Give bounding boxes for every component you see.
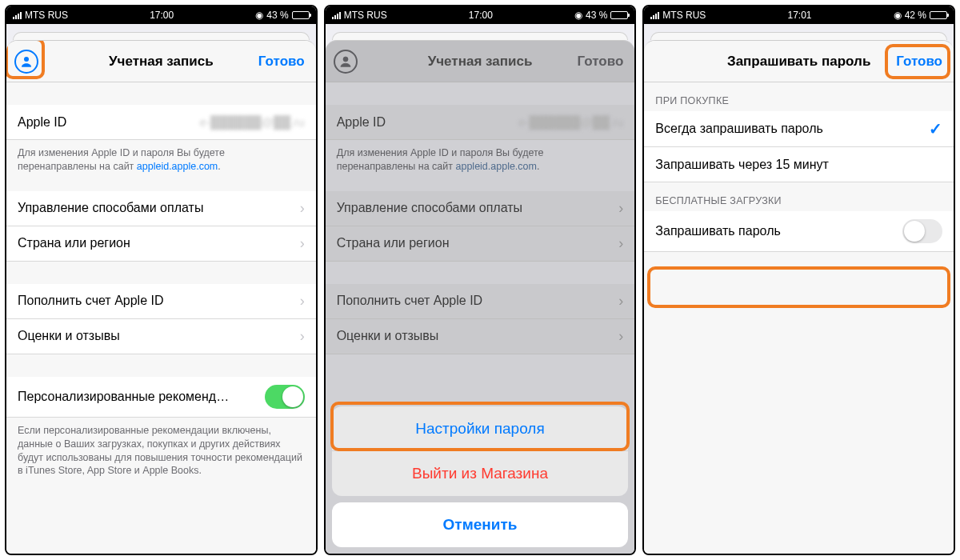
- page-title: Учетная запись: [428, 54, 533, 70]
- section-header-purchase: ПРИ ПОКУПКЕ: [644, 82, 954, 111]
- screen-account: MTS RUS 17:00 ◉ 43 % Учетная запись Гото…: [5, 5, 318, 555]
- chevron-right-icon: ›: [618, 328, 623, 345]
- done-button[interactable]: Готово: [896, 41, 942, 82]
- section-header-free: БЕСПЛАТНЫЕ ЗАГРУЗКИ: [644, 182, 954, 211]
- chevron-right-icon: ›: [618, 235, 623, 252]
- navbar: Учетная запись Готово: [326, 41, 635, 82]
- carrier-label: MTS RUS: [25, 10, 68, 21]
- row-apple-id: Apple ID e-██████@██.ru: [326, 105, 635, 140]
- done-button: Готово: [577, 41, 623, 82]
- carrier-label: MTS RUS: [344, 10, 387, 21]
- row-fund-account: Пополнить счет Apple ID ›: [326, 284, 635, 319]
- page-title: Запрашивать пароль: [727, 54, 870, 70]
- row-always-require[interactable]: Всегда запрашивать пароль ✓: [644, 111, 954, 147]
- battery-icon: [292, 11, 310, 19]
- status-time: 17:01: [787, 10, 811, 21]
- svg-point-0: [24, 57, 29, 62]
- status-time: 17:00: [469, 10, 493, 21]
- row-ratings-reviews: Оценки и отзывы ›: [326, 319, 635, 354]
- chevron-right-icon: ›: [300, 200, 305, 217]
- battery-icon: [930, 11, 947, 19]
- chevron-right-icon: ›: [300, 235, 305, 252]
- apple-id-footer: Для изменения Apple ID и пароля Вы будет…: [326, 140, 635, 177]
- checkmark-icon: ✓: [929, 119, 942, 138]
- screen-password-settings: MTS RUS 17:01 ◉ 42 % Запрашивать пароль …: [642, 5, 955, 555]
- chevron-right-icon: ›: [618, 200, 623, 217]
- charging-icon: ◉: [574, 10, 582, 21]
- navbar: Запрашивать пароль Готово: [644, 41, 954, 82]
- signal-icon: [650, 11, 659, 19]
- personalized-toggle[interactable]: [265, 385, 305, 409]
- row-personalized-recs[interactable]: Персонализированные рекоменд…: [6, 377, 316, 418]
- apple-id-footer: Для изменения Apple ID и пароля Вы будет…: [6, 140, 316, 177]
- row-fund-account[interactable]: Пополнить счет Apple ID ›: [6, 284, 316, 319]
- status-bar: MTS RUS 17:00 ◉ 43 %: [326, 6, 635, 24]
- row-require-15min[interactable]: Запрашивать через 15 минут: [644, 147, 954, 182]
- battery-icon: [610, 11, 628, 19]
- as-password-settings[interactable]: Настройки пароля: [332, 406, 629, 451]
- battery-percent: 43 %: [266, 10, 288, 21]
- row-country-region[interactable]: Страна или регион ›: [6, 226, 316, 262]
- profile-icon: [334, 50, 358, 74]
- status-bar: MTS RUS 17:01 ◉ 42 %: [644, 6, 954, 24]
- charging-icon: ◉: [255, 10, 263, 21]
- charging-icon: ◉: [894, 10, 902, 21]
- apple-id-label: Apple ID: [18, 115, 200, 130]
- navbar: Учетная запись Готово: [6, 41, 316, 82]
- profile-icon[interactable]: [14, 50, 38, 74]
- row-ratings-reviews[interactable]: Оценки и отзывы ›: [6, 319, 316, 354]
- row-require-password-free[interactable]: Запрашивать пароль: [644, 211, 954, 252]
- chevron-right-icon: ›: [300, 328, 305, 345]
- action-sheet: Настройки пароля Выйти из Магазина Отмен…: [332, 406, 629, 547]
- signal-icon: [13, 11, 22, 19]
- done-button[interactable]: Готово: [258, 41, 305, 82]
- chevron-right-icon: ›: [618, 293, 623, 310]
- row-payment-methods[interactable]: Управление способами оплаты ›: [6, 191, 316, 226]
- row-apple-id[interactable]: Apple ID e-██████@██.ru: [6, 105, 316, 140]
- page-title: Учетная запись: [109, 54, 214, 70]
- battery-percent: 43 %: [586, 10, 607, 21]
- as-cancel-button[interactable]: Отменить: [332, 502, 629, 547]
- screen-account-actionsheet: MTS RUS 17:00 ◉ 43 % Учетная запись Гото…: [324, 5, 637, 555]
- status-time: 17:00: [150, 10, 174, 21]
- svg-point-1: [343, 57, 348, 62]
- as-sign-out[interactable]: Выйти из Магазина: [332, 451, 629, 496]
- battery-percent: 42 %: [905, 10, 926, 21]
- signal-icon: [332, 11, 341, 19]
- carrier-label: MTS RUS: [662, 10, 706, 21]
- row-country-region: Страна или регион ›: [326, 226, 635, 262]
- require-password-toggle[interactable]: [902, 219, 942, 243]
- personalized-footer: Если персонализированные рекомендации вк…: [6, 418, 316, 482]
- appleid-link[interactable]: appleid.apple.com: [137, 161, 218, 172]
- chevron-right-icon: ›: [300, 293, 305, 310]
- apple-id-value: e-██████@██.ru: [200, 115, 305, 129]
- status-bar: MTS RUS 17:00 ◉ 43 %: [6, 6, 316, 24]
- row-payment-methods: Управление способами оплаты ›: [326, 191, 635, 226]
